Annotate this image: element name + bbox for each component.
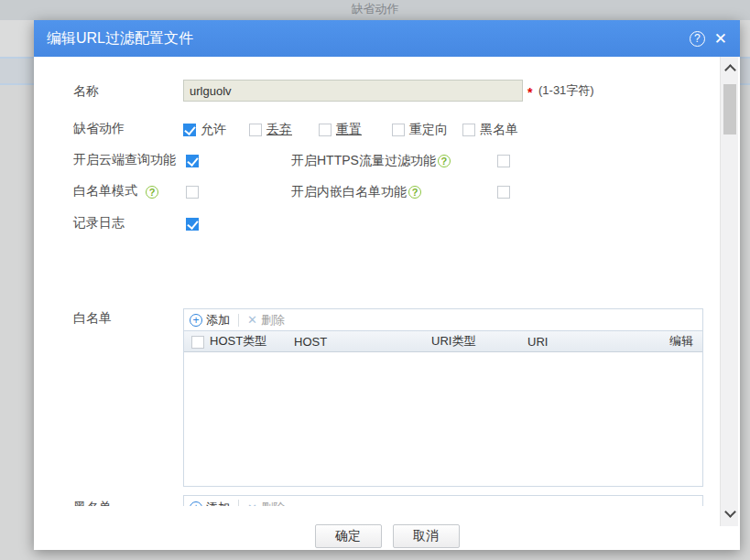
scroll-up-icon[interactable] xyxy=(721,62,739,77)
whitelist-add-button[interactable]: + 添加 xyxy=(190,312,230,328)
column-uri-type: URI类型 xyxy=(431,333,527,350)
blacklist-add-button[interactable]: + 添加 xyxy=(190,500,230,506)
column-host: HOST xyxy=(294,335,431,349)
scrollbar-thumb[interactable] xyxy=(723,84,736,135)
https-filter-help-icon[interactable]: ? xyxy=(438,155,451,167)
checkbox-redirect[interactable] xyxy=(392,124,405,136)
checkbox-allow[interactable] xyxy=(183,124,196,136)
ok-button[interactable]: 确定 xyxy=(315,524,382,548)
edit-url-filter-profile-dialog: 编辑URL过滤配置文件 ? ✕ 名称 * (1-31字符) 缺省动作 允许 丢弃 xyxy=(34,20,740,550)
option-blacklist[interactable]: 黑名单 xyxy=(462,121,518,138)
checkbox-drop[interactable] xyxy=(249,124,262,136)
whitelist-table: + 添加 ✕ 删除 HOST类型 HOST URI类型 xyxy=(183,308,703,487)
form-scroll-area: 名称 * (1-31字符) 缺省动作 允许 丢弃 重置 重定向 xyxy=(34,57,720,506)
embedded-whitelist-help-icon[interactable]: ? xyxy=(408,186,421,199)
whitelist-mode-help-wrap: ? xyxy=(144,183,158,199)
whitelist-table-header: HOST类型 HOST URI类型 URI 编辑 xyxy=(184,331,702,352)
option-reset[interactable]: 重置 xyxy=(319,121,362,138)
name-length-hint: (1-31字符) xyxy=(538,82,594,99)
screen: 缺省动作 编辑URL过滤配置文件 ? ✕ 名称 * (1-31字符) 缺省动作 … xyxy=(0,0,750,560)
required-asterisk: * xyxy=(527,85,532,100)
whitelist-mode-help-icon[interactable]: ? xyxy=(146,186,158,199)
whitelist-mode-label: 白名单模式 xyxy=(73,183,137,199)
whitelist-toolbar: + 添加 ✕ 删除 xyxy=(184,309,702,331)
cloud-query-label: 开启云端查询功能 xyxy=(73,152,176,168)
embedded-whitelist-option: 开启内嵌白名单功能? xyxy=(291,183,421,200)
whitelist-mode-option[interactable] xyxy=(186,183,199,199)
blacklist-toolbar: + 添加 ✕ 删除 xyxy=(184,496,702,506)
log-label: 记录日志 xyxy=(73,215,125,232)
dialog-title: 编辑URL过滤配置文件 xyxy=(47,29,690,48)
blacklist-label: 黑名单 xyxy=(73,500,112,506)
toolbar-divider xyxy=(238,500,239,506)
whitelist-select-all-checkbox[interactable] xyxy=(191,336,204,349)
embedded-whitelist-checkbox-wrap[interactable] xyxy=(497,183,510,199)
option-drop[interactable]: 丢弃 xyxy=(249,121,292,138)
dialog-help-icon[interactable]: ? xyxy=(690,31,705,47)
blacklist-table: + 添加 ✕ 删除 xyxy=(183,495,703,506)
checkbox-whitelist-mode[interactable] xyxy=(186,186,199,199)
scroll-down-icon[interactable] xyxy=(721,506,739,521)
add-icon: + xyxy=(190,501,202,506)
background-table-header-row: 缺省动作 xyxy=(0,0,750,20)
whitelist-table-body xyxy=(184,352,702,486)
delete-icon: ✕ xyxy=(247,313,257,327)
https-filter-label: 开启HTTPS流量过滤功能 xyxy=(291,153,436,167)
checkbox-log[interactable] xyxy=(186,218,199,231)
column-host-type: HOST类型 xyxy=(210,333,294,350)
column-uri: URI xyxy=(527,335,669,349)
whitelist-label: 白名单 xyxy=(73,310,112,327)
dialog-body: 名称 * (1-31字符) 缺省动作 允许 丢弃 重置 重定向 xyxy=(34,57,740,526)
checkbox-cloud-query[interactable] xyxy=(186,155,199,167)
name-label: 名称 xyxy=(73,83,99,100)
default-action-label: 缺省动作 xyxy=(73,121,125,137)
close-icon[interactable]: ✕ xyxy=(714,31,727,47)
cancel-button[interactable]: 取消 xyxy=(393,524,460,548)
whitelist-delete-button[interactable]: ✕ 删除 xyxy=(247,312,285,328)
option-allow[interactable]: 允许 xyxy=(183,121,226,138)
checkbox-https-filter[interactable] xyxy=(497,155,510,167)
option-redirect[interactable]: 重定向 xyxy=(392,121,448,138)
name-input[interactable] xyxy=(183,80,523,102)
vertical-scrollbar[interactable] xyxy=(720,57,738,526)
add-icon: + xyxy=(190,314,202,327)
blacklist-delete-button[interactable]: ✕ 删除 xyxy=(247,500,285,506)
toolbar-divider xyxy=(238,314,239,327)
dialog-header: 编辑URL过滤配置文件 ? ✕ xyxy=(34,20,740,57)
checkbox-blacklist-action[interactable] xyxy=(462,124,475,136)
https-filter-checkbox-wrap[interactable] xyxy=(497,152,510,168)
embedded-whitelist-label: 开启内嵌白名单功能 xyxy=(291,184,407,199)
checkbox-reset[interactable] xyxy=(319,124,332,136)
checkbox-embedded-whitelist[interactable] xyxy=(497,186,510,199)
https-filter-option: 开启HTTPS流量过滤功能? xyxy=(291,152,451,169)
column-edit: 编辑 xyxy=(669,333,702,350)
delete-icon: ✕ xyxy=(247,501,257,507)
dialog-footer: 确定 取消 xyxy=(34,524,740,550)
cloud-query-option[interactable] xyxy=(186,152,199,168)
log-option[interactable] xyxy=(186,215,199,232)
background-column-header: 缺省动作 xyxy=(352,2,399,16)
